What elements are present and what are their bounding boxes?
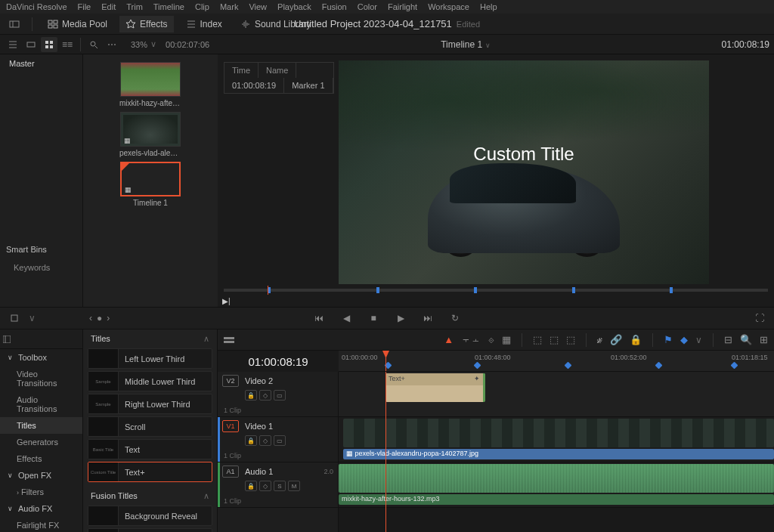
clip-video-label[interactable]: ▦ pexels-vlad-alexandru-popa-1402787.jpg [343, 449, 774, 459]
menu-trim[interactable]: Trim [126, 2, 143, 11]
track-header-v2[interactable]: V2Video 2 🔒◇▭ 1 Clip [218, 372, 338, 417]
zoom-value[interactable]: 33% [131, 40, 147, 49]
tree-video-transitions[interactable]: Video Transitions [0, 366, 82, 391]
pool-clip-audio[interactable]: mixkit-hazy-after-... [119, 62, 181, 107]
disable-track-icon[interactable]: ◇ [259, 435, 271, 446]
index-tab[interactable]: Index [180, 16, 228, 32]
zoom-in-icon[interactable]: 🔍 [740, 334, 752, 345]
replace-icon[interactable]: ⬚ [566, 334, 575, 345]
menu-timeline[interactable]: Timeline [153, 2, 184, 11]
disable-track-icon[interactable]: ◇ [259, 390, 271, 401]
play-reverse-icon[interactable]: ◀ [338, 311, 354, 326]
menu-view[interactable]: View [249, 2, 267, 11]
tree-titles[interactable]: Titles [0, 417, 82, 434]
marker-icon[interactable]: ◆ [680, 334, 688, 345]
pool-clip-video[interactable]: ▦ pexels-vlad-alexa... [119, 112, 181, 157]
blade-tool-icon[interactable]: ▦ [502, 334, 511, 345]
timeline-name[interactable]: Timeline 1 [441, 39, 482, 50]
viewer-scrubber[interactable] [224, 289, 768, 292]
menu-clip[interactable]: Clip [195, 2, 209, 11]
viewer-frame[interactable]: Custom Title [339, 60, 709, 284]
first-frame-icon[interactable]: ⏮ [311, 311, 327, 326]
title-middle-lower-third[interactable]: SampleMiddle Lower Third [88, 371, 212, 391]
mute-icon[interactable]: M [288, 481, 300, 491]
master-bin[interactable]: Master [0, 54, 82, 73]
disable-track-icon[interactable]: ◇ [259, 481, 271, 491]
play-icon[interactable]: ▶| [222, 297, 231, 305]
layout-icon[interactable] [6, 17, 23, 32]
overwrite-icon[interactable]: ⬚ [550, 334, 559, 345]
clip-title-label[interactable]: Text+✦ [385, 373, 485, 385]
clip-audio[interactable] [339, 464, 774, 493]
trim-tool-icon[interactable]: ⫟⫠ [461, 334, 481, 345]
menu-help[interactable]: Help [480, 2, 497, 11]
menu-fusion[interactable]: Fusion [322, 2, 347, 11]
tree-generators[interactable]: Generators [0, 434, 82, 450]
track-header-a1[interactable]: A1Audio 12.0 🔒◇SM 1 Clip [218, 462, 338, 508]
menu-playback[interactable]: Playback [277, 2, 311, 11]
marker-overlay[interactable]: Time Name 01:00:08:19 Marker 1 [224, 62, 334, 94]
loop-icon[interactable]: ↻ [447, 311, 463, 326]
last-frame-icon[interactable]: ⏭ [420, 311, 436, 326]
menu-color[interactable]: Color [358, 2, 377, 11]
search-icon[interactable] [85, 37, 102, 52]
tree-fairlightfx[interactable]: Fairlight FX [0, 517, 82, 532]
mute-video-icon[interactable]: ▭ [274, 390, 286, 401]
tree-filters[interactable]: ›Filters [0, 484, 82, 500]
smart-bins-header[interactable]: Smart Bins [0, 240, 82, 258]
arrow-tool-icon[interactable]: ▲ [444, 334, 454, 345]
stop-icon[interactable]: ■ [365, 311, 382, 326]
flag-icon[interactable]: ⚑ [664, 334, 673, 345]
track-header-v1[interactable]: V1Video 1 🔒◇▭ 1 Clip [218, 417, 338, 462]
lock-icon[interactable]: 🔒 [630, 334, 642, 345]
expand-icon[interactable]: ⛶ [751, 311, 768, 326]
lock-track-icon[interactable]: 🔒 [245, 435, 257, 446]
effects-tab[interactable]: Effects [119, 16, 173, 32]
fusion-background-reveal[interactable]: Background Reveal [88, 506, 212, 526]
title-text-plus[interactable]: Custom TitleText+ [88, 462, 212, 482]
tree-toolbox[interactable]: ∨Toolbox [0, 349, 82, 366]
menu-mark[interactable]: Mark [220, 2, 238, 11]
title-scroll[interactable]: Scroll [88, 416, 212, 437]
view-grid-icon[interactable] [41, 37, 57, 52]
options-icon[interactable]: ⋯ [104, 37, 120, 52]
menu-edit[interactable]: Edit [101, 2, 116, 11]
mute-video-icon[interactable]: ▭ [274, 435, 286, 446]
track-lanes[interactable]: Text+✦ ▦ pexels-vlad-alexandru-popa-1402… [339, 372, 774, 532]
prev-edit-icon[interactable]: ‹ [89, 313, 92, 323]
viewer-timecode[interactable]: 01:00:08:19 [722, 39, 769, 50]
title-left-lower-third[interactable]: Left Lower Third [88, 348, 212, 369]
marker-dot-icon[interactable]: ● [97, 313, 102, 323]
title-right-lower-third[interactable]: SampleRight Lower Third [88, 394, 212, 414]
timeline-timecode[interactable]: 01:00:08:19 [218, 351, 339, 372]
clip-audio-label[interactable]: mixkit-hazy-after-hours-132.mp3 [339, 494, 774, 505]
media-pool-tab[interactable]: Media Pool [42, 16, 113, 32]
crop-icon[interactable] [6, 311, 23, 326]
pool-timeline[interactable]: ▦ Timeline 1 [119, 162, 181, 207]
zoom-fit-icon[interactable]: ⊞ [760, 334, 768, 345]
snap-icon[interactable]: ⸙ [597, 334, 602, 345]
view-strip-icon[interactable] [23, 37, 39, 52]
tree-audio-transitions[interactable]: Audio Transitions [0, 391, 82, 417]
dynamic-trim-icon[interactable]: ⟐ [488, 334, 494, 345]
play-icon[interactable]: ▶ [392, 311, 409, 326]
panel-toggle-icon[interactable] [3, 332, 11, 347]
zoom-out-icon[interactable]: ⊟ [724, 334, 732, 345]
tree-audiofx[interactable]: ∨Audio FX [0, 500, 82, 517]
timeline-ruler[interactable]: 01:00:00:00 01:00:48:00 01:00:52:00 01:0… [339, 351, 774, 372]
tree-openfx[interactable]: ∨Open FX [0, 467, 82, 484]
sort-icon[interactable]: ≡≡ [59, 37, 76, 52]
view-list-icon[interactable] [5, 37, 21, 52]
link-icon[interactable]: 🔗 [610, 334, 622, 345]
insert-icon[interactable]: ⬚ [533, 334, 542, 345]
clip-video[interactable] [343, 419, 774, 447]
fusion-background-reveal-lo[interactable]: Background Reveal Lo... [88, 528, 212, 532]
solo-icon[interactable]: S [274, 481, 286, 491]
timeline-view-icon[interactable] [224, 336, 234, 345]
tree-effects[interactable]: Effects [0, 450, 82, 467]
next-edit-icon[interactable]: › [107, 313, 110, 323]
lock-track-icon[interactable]: 🔒 [245, 481, 257, 491]
menu-app[interactable]: DaVinci Resolve [6, 2, 67, 11]
menu-file[interactable]: File [78, 2, 91, 11]
menu-workspace[interactable]: Workspace [428, 2, 469, 11]
